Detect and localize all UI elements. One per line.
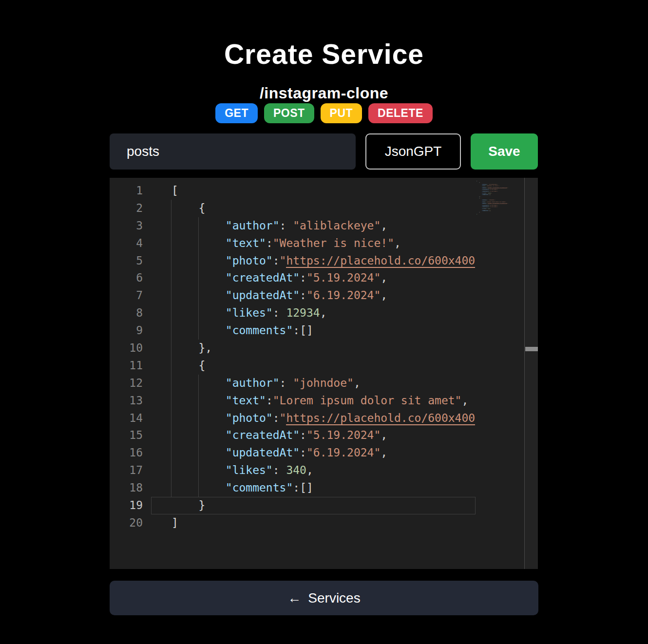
line-number[interactable]: 11	[110, 357, 143, 375]
endpoint-name-input[interactable]	[110, 133, 356, 170]
endpoint-controls: JsonGPT Save	[110, 133, 538, 170]
code-content: [ { "author": "aliblackeye", "text":"Wea…	[476, 180, 524, 215]
line-number[interactable]: 10	[110, 340, 143, 357]
code-area[interactable]: [ { "author": "aliblackeye", "text":"Wea…	[172, 182, 475, 569]
line-number[interactable]: 1	[110, 182, 143, 200]
code-line[interactable]: "comments":[]	[172, 322, 475, 340]
create-service-page: Create Service /instagram-clone GET POST…	[0, 0, 648, 644]
code-line[interactable]: {	[172, 200, 475, 217]
code-content: [ { "author": "aliblackeye", "text":"Wea…	[172, 182, 475, 532]
method-badge-post[interactable]: POST	[264, 103, 314, 123]
code-line[interactable]: "text":"Weather is nice!",	[172, 235, 475, 252]
http-method-badges: GET POST PUT DELETE	[110, 103, 538, 123]
line-number[interactable]: 7	[110, 287, 143, 304]
json-code-editor[interactable]: 1234567891011121314151617181920 [ { "aut…	[110, 178, 538, 569]
code-line[interactable]: [	[172, 182, 475, 200]
code-line[interactable]: "author": "aliblackeye",	[172, 217, 475, 235]
method-badge-put[interactable]: PUT	[321, 103, 362, 123]
line-number[interactable]: 2	[110, 200, 143, 217]
code-line[interactable]: }	[172, 497, 475, 514]
scrollbar-track[interactable]	[524, 178, 538, 569]
page-title: Create Service	[110, 38, 538, 70]
line-number-gutter[interactable]: 1234567891011121314151617181920	[110, 182, 143, 532]
code-line[interactable]: "comments":[]	[172, 479, 475, 497]
line-number[interactable]: 17	[110, 462, 143, 479]
scrollbar-thumb[interactable]	[525, 347, 538, 351]
method-badge-get[interactable]: GET	[215, 103, 258, 123]
method-badge-delete[interactable]: DELETE	[368, 103, 433, 123]
code-line[interactable]: {	[172, 357, 475, 375]
code-line[interactable]: "text":"Lorem ipsum dolor sit amet",	[172, 392, 475, 410]
services-button-label: Services	[308, 590, 360, 606]
line-number[interactable]: 16	[110, 444, 143, 462]
code-line[interactable]: },	[172, 340, 475, 357]
line-number[interactable]: 20	[110, 514, 143, 532]
line-number[interactable]: 3	[110, 217, 143, 235]
back-to-services-button[interactable]: ← Services	[110, 581, 538, 615]
jsongpt-button[interactable]: JsonGPT	[365, 133, 461, 170]
code-line[interactable]: "likes": 340,	[172, 462, 475, 479]
line-number[interactable]: 14	[110, 410, 143, 427]
code-line[interactable]: "createdAt":"5.19.2024",	[172, 269, 475, 287]
line-number[interactable]: 5	[110, 252, 143, 270]
line-number[interactable]: 8	[110, 304, 143, 322]
line-number[interactable]: 15	[110, 427, 143, 444]
code-line[interactable]: "likes": 12934,	[172, 304, 475, 322]
line-number[interactable]: 9	[110, 322, 143, 340]
code-line[interactable]: "createdAt":"5.19.2024",	[172, 427, 475, 444]
service-path: /instagram-clone	[110, 84, 538, 102]
minimap[interactable]: [ { "author": "aliblackeye", "text":"Wea…	[475, 178, 524, 569]
line-number[interactable]: 12	[110, 375, 143, 392]
code-line[interactable]: "photo":"https://placehold.co/600x400",	[172, 252, 475, 270]
line-number[interactable]: 18	[110, 479, 143, 497]
code-line[interactable]: ]	[172, 514, 475, 532]
back-arrow-icon: ←	[287, 590, 301, 606]
line-number[interactable]: 4	[110, 235, 143, 252]
save-button[interactable]: Save	[471, 133, 538, 170]
code-line[interactable]: "updatedAt":"6.19.2024",	[172, 444, 475, 462]
code-line[interactable]: "updatedAt":"6.19.2024",	[172, 287, 475, 304]
line-number[interactable]: 13	[110, 392, 143, 410]
code-line[interactable]: "photo":"https://placehold.co/600x400",	[172, 410, 475, 427]
code-line[interactable]: "author": "johndoe",	[172, 375, 475, 392]
line-number[interactable]: 6	[110, 269, 143, 287]
line-number[interactable]: 19	[110, 497, 143, 514]
